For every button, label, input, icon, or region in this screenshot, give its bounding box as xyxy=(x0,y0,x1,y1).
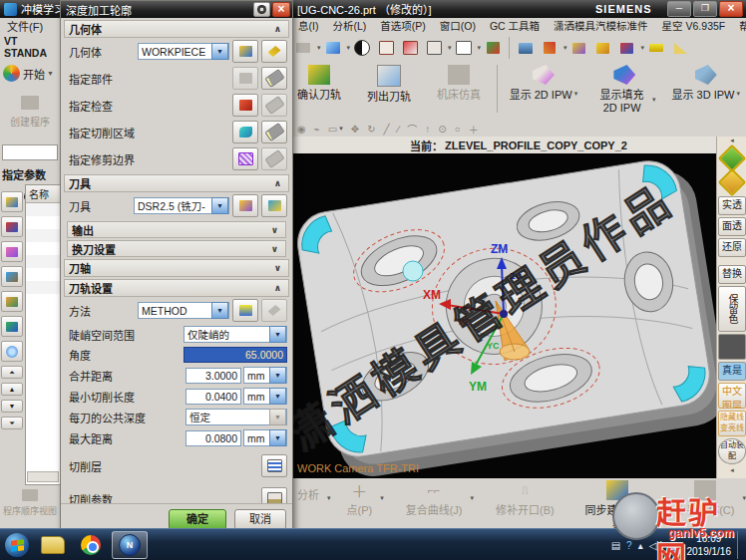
road-sign-yellow-icon[interactable] xyxy=(718,168,746,196)
library-tab-icon[interactable] xyxy=(1,316,23,337)
menu-info[interactable]: 息(I) xyxy=(291,18,325,33)
dialog-settings-button[interactable] xyxy=(253,2,270,17)
new-tool-button[interactable] xyxy=(232,194,258,217)
circle-icon[interactable]: ○ xyxy=(455,124,461,135)
rotate-icon[interactable]: ↻ xyxy=(367,124,375,135)
cn-layer-button[interactable]: 中文图层 xyxy=(718,383,746,409)
angle-input[interactable]: 65.0000 xyxy=(184,347,287,363)
fence-icon[interactable]: ▭ xyxy=(328,124,337,135)
wcs-icon[interactable] xyxy=(539,38,560,58)
show-desktop-button[interactable] xyxy=(737,531,746,559)
tool-settings-button[interactable] xyxy=(261,194,287,217)
face-translucent-button[interactable]: 面透 xyxy=(718,217,746,236)
show-fill-2d-ipw-button[interactable]: 显示填充 2D IPW▾ xyxy=(587,63,661,116)
line-icon[interactable]: ╱ xyxy=(384,124,390,135)
close-button[interactable] xyxy=(719,1,743,17)
menu-gc-toolbox[interactable]: GC 工具箱 xyxy=(483,18,547,33)
menu-preferences[interactable]: 首选项(P) xyxy=(373,18,433,33)
name-column-header[interactable]: 名称 xyxy=(26,185,60,203)
restore-display-button[interactable]: 还原 xyxy=(718,238,746,257)
show-2d-ipw-button[interactable]: 显示 2D IPW▾ xyxy=(504,63,583,104)
circle-dot-icon[interactable]: ⊙ xyxy=(438,124,446,135)
texture-thumb-icon[interactable] xyxy=(718,334,746,360)
show-3d-ipw-button[interactable]: 显示 3D IPW▾ xyxy=(666,63,746,104)
replace-button[interactable]: 替换 xyxy=(718,265,746,284)
menu-help[interactable]: 帮助(H) xyxy=(732,18,746,33)
select-part-button[interactable] xyxy=(261,67,287,90)
angle-measure-icon[interactable] xyxy=(669,38,691,58)
steep-containment-dropdown[interactable]: 仅陡峭的 xyxy=(184,326,287,343)
new-geometry-button[interactable] xyxy=(232,40,258,63)
cancel-button[interactable]: 取消 xyxy=(234,509,286,530)
max-distance-unit-dropdown[interactable]: mm xyxy=(243,429,287,446)
path-settings-section-header[interactable]: 刀轨设置 xyxy=(64,279,289,297)
section-cube-icon[interactable] xyxy=(423,38,445,58)
measure-icon[interactable] xyxy=(645,38,667,58)
info-tab-icon[interactable] xyxy=(1,341,23,362)
pan-icon[interactable]: ✥ xyxy=(351,124,359,135)
volume-tray-icon[interactable]: ◁)) xyxy=(649,540,663,551)
move-object-icon[interactable] xyxy=(568,38,590,58)
menu-analysis[interactable]: 分析(L) xyxy=(325,18,373,33)
select-icon[interactable]: ◉ xyxy=(297,124,306,135)
scroll-down-icon[interactable]: ▼ xyxy=(1,400,23,413)
line2-icon[interactable]: ∕ xyxy=(398,124,400,135)
geometry-create-tab-icon[interactable] xyxy=(1,241,23,262)
help-tray-icon[interactable]: ? xyxy=(626,540,632,551)
specify-trim-button[interactable] xyxy=(232,147,258,170)
method-dropdown[interactable]: METHOD xyxy=(138,302,229,319)
solid-translucent-button[interactable]: 实透 xyxy=(718,196,746,215)
dialog-titlebar[interactable]: 深度加工轮廓 xyxy=(61,1,292,18)
start-orb[interactable] xyxy=(2,532,32,558)
arc-icon[interactable]: ⌒ xyxy=(407,122,417,137)
minimize-button[interactable]: ─ xyxy=(667,1,691,17)
scroll-bottom-icon[interactable]: ⏷ xyxy=(1,417,23,429)
selection-filter-field[interactable] xyxy=(2,144,58,160)
tool-axis-section-header[interactable]: 刀轴 xyxy=(64,259,289,277)
snapshot-icon[interactable] xyxy=(292,38,314,58)
menu-mold-standard[interactable]: 潇洒模具汽模标准件 xyxy=(547,18,655,33)
keep-color-button[interactable]: 保留色 xyxy=(718,286,746,332)
tool-create-tab-icon[interactable] xyxy=(1,191,23,212)
scroll-top-icon[interactable]: ⏶ xyxy=(1,366,23,379)
plus-icon[interactable]: ＋ xyxy=(469,122,479,137)
keyboard-tray-icon[interactable]: ▤ xyxy=(611,540,620,551)
new-method-button[interactable] xyxy=(232,299,258,322)
min-cut-length-input[interactable]: 0.0400 xyxy=(186,389,241,405)
facet-cube-icon[interactable] xyxy=(399,38,421,58)
explorer-taskbar-icon[interactable] xyxy=(36,532,70,558)
network-tray-icon[interactable]: ▦ xyxy=(669,540,678,551)
ok-button[interactable]: 确定 xyxy=(169,509,226,530)
hidden-line-button[interactable]: 隐藏线变亮线 xyxy=(718,411,746,436)
background-icon[interactable] xyxy=(453,38,475,58)
main-window-titlebar[interactable]: [UG-CNC-26.prt （修改的）] SIEMENS ─ ❐ xyxy=(291,0,746,18)
restore-button[interactable]: ❐ xyxy=(693,1,717,17)
machine-tab-icon[interactable] xyxy=(1,291,23,312)
output-subsection[interactable]: 输出 xyxy=(67,221,286,238)
show-hide-icon[interactable] xyxy=(592,38,614,58)
tray-expand-icon[interactable]: ▴ xyxy=(638,540,643,551)
list-toolpath-button[interactable]: 列出刀轨 xyxy=(361,63,417,106)
graphics-viewport[interactable]: ZM XM YM ZC XC YC 潇洒模具管理员作品 WORK Camera … xyxy=(291,153,716,478)
taskbar-clock[interactable]: 16:09 2019/1/16 xyxy=(687,532,732,558)
tool-section-header[interactable]: 刀具 xyxy=(64,174,289,192)
merge-unit-dropdown[interactable]: mm xyxy=(243,367,287,384)
operation-create-tab-icon[interactable] xyxy=(1,216,23,237)
auto-assemble-stamp[interactable]: 自动装配 xyxy=(718,438,746,464)
min-cut-unit-dropdown[interactable]: mm xyxy=(243,388,287,405)
specify-cutarea-button[interactable] xyxy=(232,121,258,143)
sync-modeling-button[interactable]: 同步建模工具条 xyxy=(576,478,659,535)
chrome-taskbar-icon[interactable] xyxy=(74,532,108,558)
select-cutarea-button[interactable] xyxy=(261,121,287,143)
merge-distance-input[interactable]: 3.0000 xyxy=(186,368,241,384)
scroll-up-icon[interactable]: ▲ xyxy=(1,383,23,396)
menu-file[interactable]: 文件(F) xyxy=(0,18,50,34)
nx-taskbar-icon[interactable]: N xyxy=(112,531,148,559)
tool-dropdown[interactable]: DSR2.5 (铣刀- xyxy=(134,197,229,214)
verify-toolpath-button[interactable]: 确认刀轨 xyxy=(291,63,347,104)
arrow-icon[interactable]: ↑ xyxy=(425,124,430,135)
shaded-cube-icon[interactable] xyxy=(322,38,344,58)
horizontal-scrollbar[interactable] xyxy=(27,471,59,482)
orient-view-icon[interactable] xyxy=(482,38,504,58)
menu-window[interactable]: 窗口(O) xyxy=(433,18,483,33)
